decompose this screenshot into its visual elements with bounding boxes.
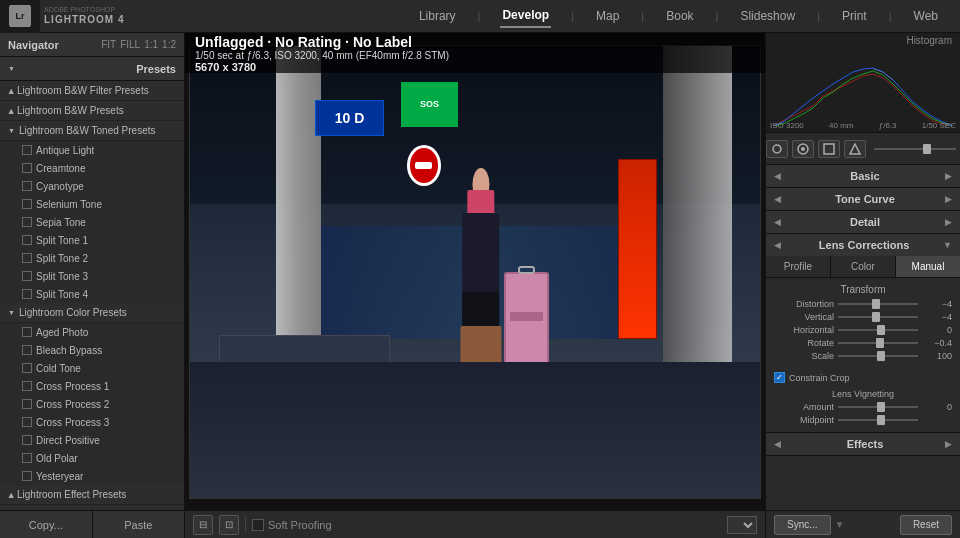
basic-header[interactable]: ◀ Basic ▶	[766, 165, 960, 187]
preset-section-color[interactable]: ▼ Lightroom Color Presets	[0, 303, 184, 323]
view-loupe-button[interactable]: ⊡	[219, 515, 239, 535]
presets-title: Presets	[136, 63, 176, 75]
cam-slider-area[interactable]	[874, 148, 956, 150]
preset-section-effect[interactable]: ▶ Lightroom Effect Presets	[0, 485, 184, 505]
suitcase-handle	[518, 266, 535, 274]
tone-curve-arrow: ▶	[945, 194, 952, 204]
photo-dims: 5670 x 3780	[195, 61, 755, 73]
horizontal-slider[interactable]	[838, 329, 918, 331]
list-item[interactable]: Bleach Bypass	[0, 341, 184, 359]
list-item[interactable]: Cold Tone	[0, 359, 184, 377]
vertical-thumb[interactable]	[872, 312, 880, 322]
list-item[interactable]: Creamtone	[0, 159, 184, 177]
nav-library[interactable]: Library	[417, 5, 458, 27]
1to2-btn[interactable]: 1:2	[162, 39, 176, 50]
scale-slider[interactable]	[838, 355, 918, 357]
amount-slider[interactable]	[838, 406, 918, 408]
presets-list[interactable]: ▶ Lightroom B&W Filter Presets ▶ Lightro…	[0, 81, 184, 510]
tone-curve-left-arrow: ◀	[774, 194, 781, 204]
fill-btn[interactable]: FILL	[120, 39, 140, 50]
center-area: Unflagged · No Rating · No Label 1/50 se…	[185, 33, 765, 538]
list-item[interactable]: Cross Process 2	[0, 395, 184, 413]
nav-slideshow[interactable]: Slideshow	[738, 5, 797, 27]
nav-print[interactable]: Print	[840, 5, 869, 27]
nav-develop[interactable]: Develop	[500, 4, 551, 28]
effects-header[interactable]: ◀ Effects ▶	[766, 433, 960, 455]
app-logo: Lr	[0, 0, 40, 33]
tab-manual-label: Manual	[912, 261, 945, 272]
list-item[interactable]: Selenium Tone	[0, 195, 184, 213]
svg-point-0	[773, 145, 781, 153]
amount-label: Amount	[774, 402, 834, 412]
midpoint-slider[interactable]	[838, 419, 918, 421]
distortion-thumb[interactable]	[872, 299, 880, 309]
list-item[interactable]: Cross Process 1	[0, 377, 184, 395]
list-item[interactable]: Split Tone 4	[0, 285, 184, 303]
list-item[interactable]: Split Tone 3	[0, 267, 184, 285]
suitcase-stripe	[510, 312, 543, 322]
distortion-slider[interactable]	[838, 303, 918, 305]
fit-btn[interactable]: FIT	[101, 39, 116, 50]
tone-curve-header[interactable]: ◀ Tone Curve ▶	[766, 188, 960, 210]
copy-button[interactable]: Copy...	[0, 511, 93, 538]
effects-title: Effects	[847, 438, 884, 450]
cam-btn-1[interactable]	[766, 140, 788, 158]
iso-info: ISO 3200 40 mm ƒ/6.3 1/50 SEC	[770, 121, 956, 130]
top-bar: Lr ADOBE PHOTOSHOP LIGHTROOM 4 Library |…	[0, 0, 960, 33]
constrain-crop-checkbox[interactable]: ✓	[774, 372, 785, 383]
lens-corrections-header[interactable]: ◀ Lens Corrections ▼	[766, 234, 960, 256]
presets-header: ▼ Presets	[0, 57, 184, 81]
list-item[interactable]: Split Tone 1	[0, 231, 184, 249]
preset-section-bw-filter[interactable]: ▶ Lightroom B&W Filter Presets	[0, 81, 184, 101]
presets-triangle: ▼	[8, 65, 15, 72]
horizontal-row: Horizontal 0	[774, 325, 952, 335]
toolbar-select[interactable]	[727, 516, 757, 534]
midpoint-thumb[interactable]	[877, 415, 885, 425]
rotate-row: Rotate −0.4	[774, 338, 952, 348]
cam-btn-2[interactable]	[792, 140, 814, 158]
scale-thumb[interactable]	[877, 351, 885, 361]
preset-section-bw-toned[interactable]: ▼ Lightroom B&W Toned Presets	[0, 121, 184, 141]
list-item[interactable]: Yesteryear	[0, 467, 184, 485]
1to1-btn[interactable]: 1:1	[144, 39, 158, 50]
list-item[interactable]: Sepia Tone	[0, 213, 184, 231]
sync-button[interactable]: Sync...	[774, 515, 831, 535]
cam-icon-1	[771, 143, 783, 155]
nav-map[interactable]: Map	[594, 5, 621, 27]
reset-button[interactable]: Reset	[900, 515, 952, 535]
nav-web[interactable]: Web	[912, 5, 940, 27]
list-item[interactable]: Antique Light	[0, 141, 184, 159]
soft-proofing-checkbox[interactable]	[252, 519, 264, 531]
list-item[interactable]: Split Tone 2	[0, 249, 184, 267]
toolbar-sep	[245, 517, 246, 533]
list-item[interactable]: Cross Process 3	[0, 413, 184, 431]
preset-section-bw[interactable]: ▶ Lightroom B&W Presets	[0, 101, 184, 121]
cam-slider[interactable]	[874, 148, 956, 150]
distortion-row: Distortion −4	[774, 299, 952, 309]
navigator-header: Navigator FIT FILL 1:1 1:2	[0, 33, 184, 57]
svg-rect-3	[824, 144, 834, 154]
lens-corrections-title: Lens Corrections	[819, 239, 909, 251]
basic-title: Basic	[850, 170, 879, 182]
cam-btn-3[interactable]	[818, 140, 840, 158]
rotate-thumb[interactable]	[876, 338, 884, 348]
tab-profile[interactable]: Profile	[766, 256, 831, 277]
list-item[interactable]: Old Polar	[0, 449, 184, 467]
rotate-slider[interactable]	[838, 342, 918, 344]
vertical-slider[interactable]	[838, 316, 918, 318]
list-item[interactable]: Direct Positive	[0, 431, 184, 449]
cam-btn-4[interactable]	[844, 140, 866, 158]
horizontal-thumb[interactable]	[877, 325, 885, 335]
photo-area[interactable]: 10 D SOS	[185, 33, 765, 510]
list-item[interactable]: Aged Photo	[0, 323, 184, 341]
tab-color[interactable]: Color	[831, 256, 896, 277]
amount-thumb[interactable]	[877, 402, 885, 412]
platform-sign: 10 D	[315, 100, 383, 136]
nav-book[interactable]: Book	[664, 5, 695, 27]
paste-button[interactable]: Paste	[93, 511, 185, 538]
cam-slider-thumb[interactable]	[923, 144, 931, 154]
tab-manual[interactable]: Manual	[896, 256, 960, 277]
detail-header[interactable]: ◀ Detail ▶	[766, 211, 960, 233]
view-grid-button[interactable]: ⊟	[193, 515, 213, 535]
list-item[interactable]: Cyanotype	[0, 177, 184, 195]
